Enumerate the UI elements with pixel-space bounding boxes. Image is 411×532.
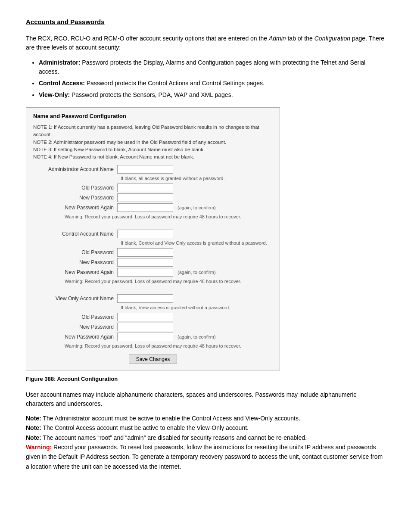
viewonly-account-note: If blank, View access is granted without… bbox=[121, 304, 273, 311]
bullet-text-2: Password protects the Control Actions an… bbox=[85, 80, 265, 87]
save-button[interactable]: Save Changes bbox=[129, 355, 177, 364]
control-new-password-again-label: New Password Again bbox=[33, 268, 117, 276]
admin-new-password-input[interactable] bbox=[117, 193, 173, 202]
viewonly-new-password-input[interactable] bbox=[117, 323, 173, 331]
viewonly-account-row: View Only Account Name bbox=[33, 294, 273, 303]
admin-confirm-text: (again, to confirm) bbox=[177, 204, 216, 212]
viewonly-account-input[interactable] bbox=[117, 294, 173, 303]
bullet-bold-3: View-Only: bbox=[39, 91, 70, 98]
admin-section: Administrator Account Name If blank, all… bbox=[33, 165, 273, 220]
admin-old-password-row: Old Password bbox=[33, 184, 273, 192]
admin-account-note: If blank, all access is granted without … bbox=[121, 175, 273, 182]
viewonly-new-password-again-row: New Password Again (again, to confirm) bbox=[33, 333, 273, 341]
note-2-label: Note: bbox=[26, 424, 41, 431]
list-item: Control Access: Password protects the Co… bbox=[39, 79, 385, 88]
config-note-1: NOTE 1: If Account currently has a passw… bbox=[33, 124, 273, 139]
note-1-text: The Administrator account must be active… bbox=[41, 415, 300, 422]
bullet-text-3: Password protects the Sensors, PDA, WAP … bbox=[70, 91, 233, 98]
admin-account-label: Administrator Account Name bbox=[33, 165, 117, 173]
config-box: Name and Password Configuration NOTE 1: … bbox=[26, 107, 280, 371]
body-text: User account names may include alphanume… bbox=[26, 390, 385, 408]
config-notes: NOTE 1: If Account currently has a passw… bbox=[33, 124, 273, 161]
notes-section: Note: The Administrator account must be … bbox=[26, 414, 385, 471]
bullet-list: Administrator: Password protects the Dis… bbox=[39, 58, 385, 100]
viewonly-new-password-label: New Password bbox=[33, 323, 117, 331]
note-3-label: Note: bbox=[26, 434, 41, 441]
admin-old-password-input[interactable] bbox=[117, 184, 173, 192]
intro-text-1: The RCX, RCO, RCU-O and RCM-O offer acco… bbox=[26, 35, 269, 42]
intro-paragraph: The RCX, RCO, RCU-O and RCM-O offer acco… bbox=[26, 34, 385, 52]
note-4-warning: Warning: Record your passwords. To reset… bbox=[26, 442, 385, 471]
bullet-text-1: Password protects the Display, Alarms an… bbox=[39, 59, 365, 75]
admin-new-password-row: New Password bbox=[33, 193, 273, 202]
bullet-bold-1: Administrator: bbox=[39, 59, 80, 66]
viewonly-new-password-again-input[interactable] bbox=[117, 333, 173, 341]
warning-label: Warning: bbox=[26, 444, 52, 451]
note-3-text: The account names “root” and “admin” are… bbox=[41, 434, 307, 441]
viewonly-old-password-label: Old Password bbox=[33, 313, 117, 321]
admin-account-input[interactable] bbox=[117, 165, 173, 174]
note-2: Note: The Control Access account must be… bbox=[26, 423, 385, 432]
control-new-password-again-row: New Password Again (again, to confirm) bbox=[33, 268, 273, 277]
intro-text-2: tab of the bbox=[286, 35, 314, 42]
control-section: Control Account Name If blank, Control a… bbox=[33, 230, 273, 285]
warning-text: Record your passwords. To reset lost pas… bbox=[26, 444, 383, 470]
control-old-password-label: Old Password bbox=[33, 249, 117, 256]
note-1: Note: The Administrator account must be … bbox=[26, 414, 385, 423]
viewonly-account-label: View Only Account Name bbox=[33, 295, 117, 302]
list-item: Administrator: Password protects the Dis… bbox=[39, 58, 385, 76]
admin-old-password-label: Old Password bbox=[33, 184, 117, 192]
intro-italic-1: Admin bbox=[269, 35, 286, 42]
bullet-bold-2: Control Access: bbox=[39, 80, 85, 87]
viewonly-section: View Only Account Name If blank, View ac… bbox=[33, 294, 273, 349]
control-old-password-row: Old Password bbox=[33, 248, 273, 257]
note-3: Note: The account names “root” and “admi… bbox=[26, 433, 385, 442]
viewonly-new-password-row: New Password bbox=[33, 323, 273, 331]
control-new-password-input[interactable] bbox=[117, 258, 173, 267]
figure-caption: Figure 388: Account Configuration bbox=[26, 375, 385, 383]
control-old-password-input[interactable] bbox=[117, 248, 173, 257]
control-new-password-label: New Password bbox=[33, 258, 117, 266]
save-btn-row: Save Changes bbox=[33, 355, 273, 364]
viewonly-old-password-input[interactable] bbox=[117, 313, 173, 321]
page-title: Accounts and Passwords bbox=[26, 17, 385, 27]
admin-account-row: Administrator Account Name bbox=[33, 165, 273, 174]
control-new-password-row: New Password bbox=[33, 258, 273, 267]
list-item: View-Only: Password protects the Sensors… bbox=[39, 90, 385, 100]
note-2-text: The Control Access account must be activ… bbox=[41, 424, 249, 431]
note-1-label: Note: bbox=[26, 415, 41, 422]
control-new-password-again-input[interactable] bbox=[117, 268, 173, 277]
admin-new-password-again-label: New Password Again bbox=[33, 204, 117, 212]
control-account-label: Control Account Name bbox=[33, 230, 117, 238]
control-account-input[interactable] bbox=[117, 230, 173, 238]
config-note-2: NOTE 2: Administrator password may be us… bbox=[33, 139, 273, 146]
config-note-3: NOTE 3: If setting New Password to blank… bbox=[33, 146, 273, 153]
control-warning: Warning: Record your password. Loss of p… bbox=[33, 278, 273, 285]
admin-new-password-again-input[interactable] bbox=[117, 203, 173, 212]
config-note-4: NOTE 4: If New Password is not blank, Ac… bbox=[33, 153, 273, 161]
viewonly-confirm-text: (again, to confirm) bbox=[177, 333, 216, 341]
control-confirm-text: (again, to confirm) bbox=[177, 269, 216, 276]
viewonly-warning: Warning: Record your password. Loss of p… bbox=[33, 342, 273, 350]
admin-warning: Warning: Record your password. Loss of p… bbox=[33, 213, 273, 221]
config-box-title: Name and Password Configuration bbox=[33, 112, 273, 121]
admin-new-password-label: New Password bbox=[33, 194, 117, 202]
control-account-row: Control Account Name bbox=[33, 230, 273, 238]
viewonly-new-password-again-label: New Password Again bbox=[33, 333, 117, 341]
control-account-note: If blank, Control and View Only access i… bbox=[121, 240, 273, 247]
admin-new-password-again-row: New Password Again (again, to confirm) bbox=[33, 203, 273, 212]
viewonly-old-password-row: Old Password bbox=[33, 313, 273, 321]
intro-italic-2: Configuration bbox=[314, 35, 350, 42]
